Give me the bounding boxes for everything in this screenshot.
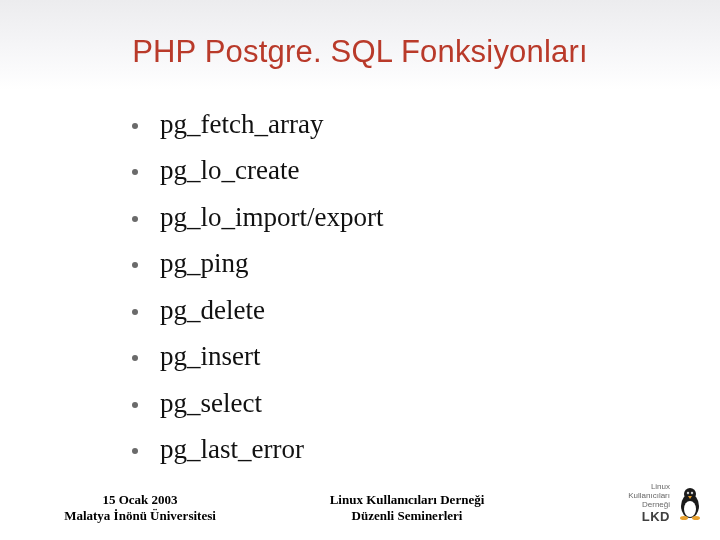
list-item-label: pg_delete xyxy=(160,292,265,328)
footer-left: 15 Ocak 2003 Malatya İnönü Üniversitesi xyxy=(30,492,250,525)
bullet-icon xyxy=(132,216,138,222)
list-item: pg_lo_import/export xyxy=(132,199,680,235)
list-item-label: pg_insert xyxy=(160,338,261,374)
footer-org: Linux Kullanıcıları Derneği xyxy=(250,492,564,508)
list-item-label: pg_last_error xyxy=(160,431,304,467)
slide-title: PHP Postgre. SQL Fonksiyonları xyxy=(40,34,680,70)
list-item-label: pg_fetch_array xyxy=(160,106,323,142)
bullet-icon xyxy=(132,355,138,361)
list-item: pg_last_error xyxy=(132,431,680,467)
footer: 15 Ocak 2003 Malatya İnönü Üniversitesi … xyxy=(0,483,720,524)
lkd-logo-text: Linux Kullanıcıları Derneği LKD xyxy=(628,483,670,524)
slide: PHP Postgre. SQL Fonksiyonları pg_fetch_… xyxy=(0,0,720,540)
svg-point-1 xyxy=(684,501,696,517)
list-item-label: pg_lo_import/export xyxy=(160,199,383,235)
bullet-icon xyxy=(132,169,138,175)
svg-point-8 xyxy=(692,516,700,520)
list-item: pg_ping xyxy=(132,245,680,281)
bullet-icon xyxy=(132,123,138,129)
list-item: pg_fetch_array xyxy=(132,106,680,142)
footer-series: Düzenli Seminerleri xyxy=(250,508,564,524)
bullet-icon xyxy=(132,309,138,315)
function-list: pg_fetch_array pg_lo_create pg_lo_import… xyxy=(132,106,680,468)
list-item: pg_delete xyxy=(132,292,680,328)
list-item: pg_lo_create xyxy=(132,152,680,188)
list-item: pg_insert xyxy=(132,338,680,374)
list-item-label: pg_select xyxy=(160,385,262,421)
footer-center: Linux Kullanıcıları Derneği Düzenli Semi… xyxy=(250,492,564,525)
footer-location: Malatya İnönü Üniversitesi xyxy=(30,508,250,524)
footer-date: 15 Ocak 2003 xyxy=(30,492,250,508)
list-item-label: pg_lo_create xyxy=(160,152,299,188)
svg-point-6 xyxy=(692,493,693,494)
svg-point-5 xyxy=(688,493,689,494)
penguin-icon xyxy=(676,486,704,524)
list-item: pg_select xyxy=(132,385,680,421)
bullet-icon xyxy=(132,402,138,408)
footer-right: Linux Kullanıcıları Derneği LKD xyxy=(564,483,704,524)
bullet-icon xyxy=(132,262,138,268)
lkd-abbrev: LKD xyxy=(628,510,670,524)
list-item-label: pg_ping xyxy=(160,245,249,281)
bullet-icon xyxy=(132,448,138,454)
svg-point-7 xyxy=(680,516,688,520)
